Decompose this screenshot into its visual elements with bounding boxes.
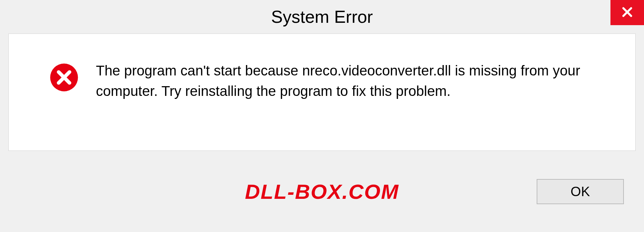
dialog-title: System Error [271,7,373,27]
ok-button-label: OK [571,184,590,199]
ok-button[interactable]: OK [537,179,624,204]
dialog-content: The program can't start because nreco.vi… [8,34,636,151]
close-icon [621,5,634,20]
close-button[interactable] [610,0,644,25]
error-message: The program can't start because nreco.vi… [96,61,608,102]
dialog-titlebar: System Error [0,0,644,34]
watermark-text: DLL-BOX.COM [245,180,399,204]
dialog-footer: DLL-BOX.COM OK [0,151,644,232]
error-icon [49,62,79,93]
